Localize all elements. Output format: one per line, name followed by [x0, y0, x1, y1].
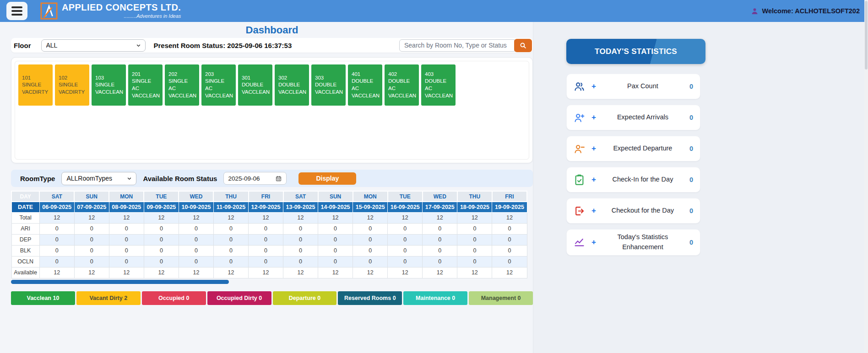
room-status: VACCLEAN: [425, 92, 452, 100]
room-type: SINGLE AC: [132, 78, 159, 92]
room-status: VACCLEAN: [95, 89, 122, 96]
table-row: ARI00000000000000: [11, 223, 527, 234]
value-cell: 0: [457, 234, 492, 245]
date-cell: 15-09-2025: [353, 202, 388, 212]
legend-occupied-0[interactable]: Occupied 0: [142, 291, 206, 305]
value-cell: 0: [179, 245, 213, 256]
value-cell: 12: [423, 267, 457, 278]
legend-occupied-dirty-0[interactable]: Occupied Dirty 0: [207, 291, 271, 305]
room-status: VACCLEAN: [205, 92, 232, 100]
company-name: APPLIED CONCEPTS LTD.: [62, 2, 181, 13]
legend-vacant-dirty-2[interactable]: Vacant Dirty 2: [76, 291, 141, 305]
room-status: VACCLEAN: [242, 89, 269, 96]
scrollbar-thumb[interactable]: [11, 280, 229, 284]
room-type: SINGLE: [95, 81, 122, 89]
room-card[interactable]: 403DOUBLE ACVACCLEAN: [421, 64, 456, 106]
roomtype-label: RoomType: [20, 175, 55, 182]
room-card[interactable]: 203SINGLE ACVACCLEAN: [201, 64, 236, 106]
room-type: DOUBLE AC: [425, 78, 452, 92]
value-cell: 0: [74, 234, 109, 245]
stats-header: TODAY'S STATISTICS: [566, 39, 705, 64]
legend-departure-0[interactable]: Departure 0: [273, 291, 337, 305]
value-cell: 0: [179, 234, 213, 245]
display-button[interactable]: Display: [298, 172, 356, 185]
day-cell: SUN: [74, 191, 109, 202]
page-scrollbar[interactable]: [864, 0, 868, 353]
roomtype-select[interactable]: ALLRoomTypes: [61, 172, 136, 185]
value-cell: 0: [388, 223, 423, 234]
value-cell: 0: [109, 245, 144, 256]
room-card[interactable]: 402DOUBLE ACVACCLEAN: [385, 64, 419, 106]
room-number: 301: [242, 75, 269, 82]
room-card[interactable]: 302DOUBLEVACCLEAN: [275, 64, 309, 106]
stat-card-check-in-for-the-day[interactable]: +Check-In for the Day0: [566, 167, 700, 193]
stat-card-pax-count[interactable]: +Pax Count0: [566, 74, 700, 99]
search-button[interactable]: [514, 39, 532, 52]
search-icon: [519, 42, 527, 49]
stat-label: Expected Departure: [596, 144, 689, 154]
legend-maintenance-0[interactable]: Maintenance 0: [403, 291, 467, 305]
room-card[interactable]: 102SINGLEVACDIRTY: [55, 64, 89, 106]
value-cell: 0: [318, 234, 353, 245]
value-cell: 12: [74, 267, 109, 278]
hamburger-menu-button[interactable]: [6, 2, 27, 20]
floor-label: Floor: [14, 42, 31, 49]
value-cell: 0: [213, 256, 248, 267]
plus-icon[interactable]: +: [591, 206, 596, 215]
stat-value: 0: [689, 207, 693, 214]
value-cell: 12: [353, 267, 388, 278]
date-cell: 11-09-2025: [213, 202, 248, 212]
value-cell: 0: [388, 256, 423, 267]
value-cell: 0: [179, 256, 213, 267]
room-card[interactable]: 103SINGLEVACCLEAN: [92, 64, 126, 106]
date-cell: 19-09-2025: [492, 202, 527, 212]
value-cell: 0: [492, 234, 527, 245]
value-cell: 12: [318, 212, 353, 223]
day-cell: TUE: [388, 191, 423, 202]
value-cell: 0: [353, 256, 388, 267]
room-card[interactable]: 401DOUBLE ACVACCLEAN: [348, 64, 382, 106]
stat-label: Today's Statistics Enhancement: [596, 232, 689, 252]
value-cell: 12: [388, 267, 423, 278]
plus-icon[interactable]: +: [591, 113, 596, 122]
plus-icon[interactable]: +: [591, 238, 596, 247]
value-cell: 12: [457, 212, 492, 223]
value-cell: 0: [283, 223, 318, 234]
room-card[interactable]: 303DOUBLEVACCLEAN: [311, 64, 346, 106]
plus-icon[interactable]: +: [591, 144, 596, 153]
date-cell: 17-09-2025: [423, 202, 457, 212]
welcome-user[interactable]: Welcome: ACLHOTELSOFT202: [751, 7, 860, 15]
legend-management-0[interactable]: Management 0: [469, 291, 533, 305]
floor-select[interactable]: ALL: [41, 39, 146, 52]
stat-card-expected-departure[interactable]: +Expected Departure0: [566, 136, 700, 161]
plus-icon[interactable]: +: [591, 175, 596, 184]
search-input[interactable]: [399, 39, 515, 52]
value-cell: 0: [39, 256, 74, 267]
value-cell: 12: [179, 212, 213, 223]
table-row: Available1212121212121212121212121212: [11, 267, 527, 278]
room-card[interactable]: 202SINGLE ACVACCLEAN: [165, 64, 199, 106]
user-icon: [751, 7, 759, 15]
logout-icon: [573, 205, 586, 217]
legend-reserved-rooms-0[interactable]: Reserved Rooms 0: [338, 291, 402, 305]
value-cell: 0: [249, 234, 283, 245]
legend-vacclean-10[interactable]: Vacclean 10: [11, 291, 75, 305]
room-type: SINGLE AC: [205, 78, 232, 92]
value-cell: 0: [39, 223, 74, 234]
available-date-input[interactable]: 2025-09-06: [223, 172, 287, 185]
availability-table-wrap: DAYSATSUNMONTUEWEDTHUFRISATSUNMONTUEWEDT…: [11, 191, 527, 284]
room-card[interactable]: 101SINGLEVACDIRTY: [18, 64, 53, 106]
room-card[interactable]: 301DOUBLEVACCLEAN: [238, 64, 272, 106]
day-cell: SAT: [283, 191, 318, 202]
plus-icon[interactable]: +: [591, 82, 596, 91]
value-cell: 0: [423, 245, 457, 256]
room-number: 402: [388, 71, 415, 78]
room-card[interactable]: 201SINGLE ACVACCLEAN: [128, 64, 163, 106]
stat-card-checkout-for-the-day[interactable]: +Checkout for the Day0: [566, 198, 700, 224]
date-header-cell: DATE: [11, 202, 39, 212]
stat-card-expected-arrivals[interactable]: +Expected Arrivals0: [566, 105, 700, 130]
filter-bar: Floor ALL Present Room Status: 2025-09-0…: [11, 38, 533, 53]
app-header: APPLIED CONCEPTS LTD. .........Adventure…: [0, 0, 868, 22]
room-status: VACDIRTY: [22, 89, 49, 96]
stat-card-today-s-statistics-enhancement[interactable]: +Today's Statistics Enhancement0: [566, 229, 700, 256]
